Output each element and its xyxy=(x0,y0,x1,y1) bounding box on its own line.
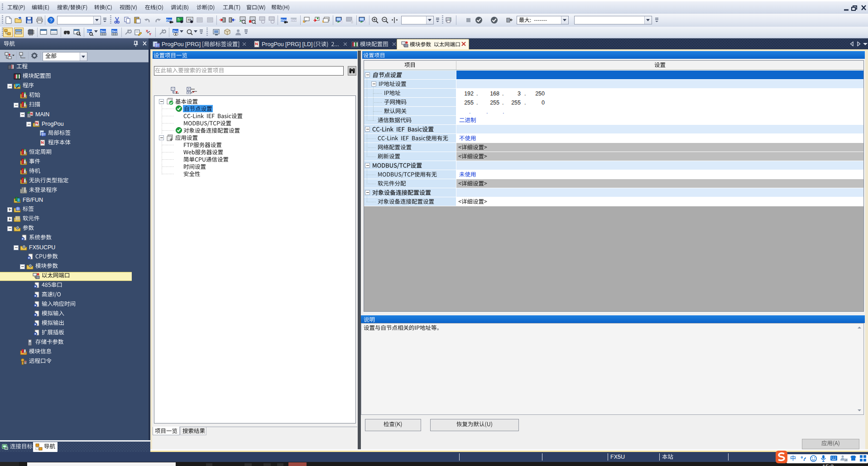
svg-text:Dev: Dev xyxy=(281,19,287,22)
svg-text:Y: Y xyxy=(149,32,152,36)
svg-text:Dev: Dev xyxy=(112,30,117,33)
svg-text:Dev: Dev xyxy=(87,30,92,33)
svg-text:18: 18 xyxy=(844,459,848,461)
svg-text:Dev: Dev xyxy=(166,19,172,22)
svg-text:?: ? xyxy=(49,18,52,23)
svg-text:Dev: Dev xyxy=(291,19,297,22)
svg-text:Dev: Dev xyxy=(101,30,106,33)
svg-text:Dev: Dev xyxy=(173,30,178,33)
